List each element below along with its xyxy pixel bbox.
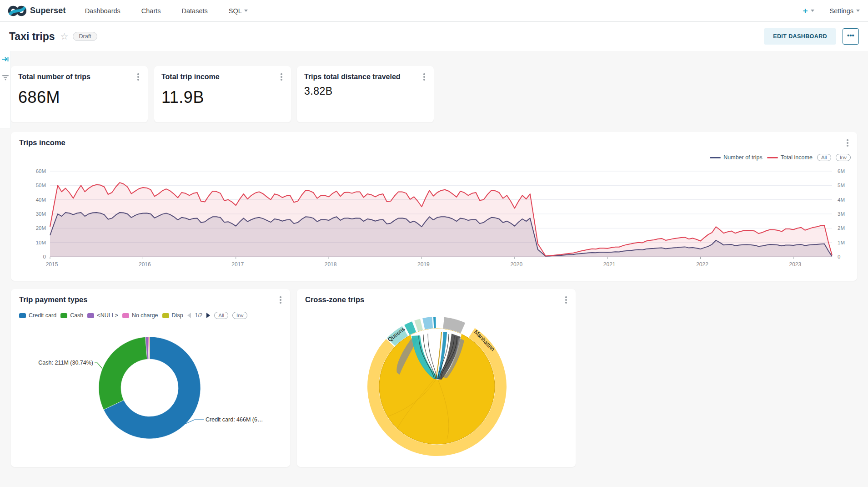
chevron-down-icon (811, 10, 814, 12)
chart-menu-kebab-icon[interactable] (276, 295, 285, 305)
panel-cross-zone-trips: Cross-zone trips ManhattanQueens (297, 289, 576, 467)
legend-swatch (87, 313, 94, 318)
card-menu-kebab-icon[interactable] (134, 72, 142, 82)
legend-swatch (162, 313, 169, 318)
svg-text:40M: 40M (36, 197, 46, 203)
big-number-value: 686M (18, 88, 140, 107)
chart-title: Trip payment types (19, 295, 87, 304)
big-number-value: 3.82B (304, 85, 426, 97)
svg-text:6M: 6M (838, 168, 845, 174)
brand-name: Superset (30, 6, 66, 15)
superset-infinity-icon (8, 5, 26, 17)
timeseries-legend: Number of trips Total income All Inv (710, 154, 851, 161)
edit-dashboard-button[interactable]: EDIT DASHBOARD (764, 28, 836, 45)
svg-text:0: 0 (43, 254, 46, 259)
donut-callout-credit-card: Credit card: 466M (6… (206, 416, 263, 423)
cross-zone-chord-chart[interactable]: ManhattanQueens (297, 315, 576, 467)
superset-dashboard: Superset Dashboards Charts Datasets SQL … (0, 0, 868, 487)
svg-text:50M: 50M (36, 183, 46, 188)
donut-callout-cash: Cash: 211M (30.74%) (38, 360, 93, 366)
legend-next-page-icon[interactable] (206, 313, 210, 318)
legend-label: Number of trips (723, 154, 762, 161)
legend-item-no-charge[interactable]: No charge (122, 312, 158, 319)
payment-types-donut-chart[interactable]: Cash: 211M (30.74%)Credit card: 466M (6… (11, 325, 290, 464)
panel-trip-payment-types: Trip payment types Credit card Cash <NUL… (11, 289, 290, 467)
filter-bar-collapsed (0, 51, 11, 128)
legend-item-total-income[interactable]: Total income (767, 154, 813, 161)
svg-text:3M: 3M (838, 211, 845, 217)
nav-item-charts[interactable]: Charts (141, 7, 161, 15)
card-title: Total number of trips (18, 72, 123, 81)
plus-icon: + (803, 6, 808, 16)
big-number-card-total-distance: Trips total distance traveled 3.82B (297, 66, 434, 122)
top-nav: Superset Dashboards Charts Datasets SQL … (0, 0, 868, 22)
page-title: Taxi trips (9, 30, 55, 43)
legend-item-disputed[interactable]: Disp (162, 312, 183, 319)
svg-text:2017: 2017 (231, 261, 244, 268)
svg-text:10M: 10M (36, 240, 46, 245)
legend-inv-button[interactable]: Inv (836, 154, 851, 161)
nav-item-dashboards[interactable]: Dashboards (85, 7, 120, 15)
legend-label: Credit card (29, 312, 56, 319)
legend-swatch (122, 313, 129, 318)
legend-label: Disp (172, 312, 183, 319)
legend-all-button[interactable]: All (817, 154, 831, 161)
new-item-button[interactable]: + (803, 6, 814, 16)
card-title: Total trip income (161, 72, 266, 81)
svg-text:2016: 2016 (139, 261, 151, 268)
legend-label: <NULL> (97, 312, 118, 319)
legend-item-cash[interactable]: Cash (60, 312, 83, 319)
svg-text:2023: 2023 (789, 261, 801, 268)
nav-item-sql-label: SQL (229, 7, 242, 15)
big-number-card-total-trips: Total number of trips 686M (11, 66, 148, 122)
nav-item-datasets[interactable]: Datasets (182, 7, 208, 15)
svg-text:2021: 2021 (603, 261, 616, 268)
superset-logo[interactable]: Superset (8, 5, 66, 17)
svg-text:30M: 30M (36, 211, 46, 217)
settings-label: Settings (830, 7, 853, 15)
pie-legend: Credit card Cash <NULL> No charge Disp 1… (19, 312, 283, 319)
legend-item-number-of-trips[interactable]: Number of trips (710, 154, 762, 161)
card-title: Trips total distance traveled (304, 72, 409, 81)
card-menu-kebab-icon[interactable] (420, 72, 428, 82)
svg-text:1M: 1M (838, 240, 845, 245)
legend-inv-button[interactable]: Inv (232, 312, 247, 319)
svg-text:2M: 2M (838, 225, 845, 231)
settings-menu[interactable]: Settings (830, 7, 860, 15)
legend-prev-page-icon[interactable] (187, 313, 191, 318)
filter-icon[interactable] (2, 75, 9, 81)
expand-filter-bar-icon[interactable] (2, 56, 9, 63)
chart-title: Trips income (19, 138, 65, 147)
favorite-star-icon[interactable]: ☆ (60, 31, 69, 42)
svg-text:2022: 2022 (696, 261, 708, 268)
trips-income-line-chart[interactable]: 0010M1M20M2M30M3M40M4M50M5M60M6M20152016… (18, 162, 850, 271)
svg-text:2019: 2019 (417, 261, 430, 268)
legend-swatch (710, 157, 721, 158)
svg-text:60M: 60M (36, 168, 46, 174)
svg-text:2020: 2020 (510, 261, 522, 268)
legend-all-button[interactable]: All (214, 312, 228, 319)
svg-text:20M: 20M (36, 225, 46, 231)
big-number-card-trip-income: Total trip income 11.9B (154, 66, 291, 122)
legend-item-null[interactable]: <NULL> (87, 312, 118, 319)
legend-swatch (60, 313, 67, 318)
dashboard-header: Taxi trips ☆ Draft EDIT DASHBOARD ••• (0, 22, 868, 51)
svg-text:4M: 4M (838, 197, 845, 203)
draft-badge: Draft (73, 32, 97, 41)
nav-item-sql[interactable]: SQL (229, 7, 248, 15)
svg-text:5M: 5M (838, 183, 845, 188)
svg-text:2015: 2015 (46, 261, 58, 268)
chart-title: Cross-zone trips (305, 295, 364, 304)
chart-menu-kebab-icon[interactable] (562, 295, 570, 305)
legend-label: Total income (781, 154, 813, 161)
big-number-value: 11.9B (161, 88, 284, 107)
legend-item-credit-card[interactable]: Credit card (19, 312, 56, 319)
legend-swatch (767, 157, 778, 158)
legend-label: No charge (132, 312, 158, 319)
svg-text:0: 0 (838, 254, 840, 259)
chevron-down-icon (856, 10, 860, 12)
chart-menu-kebab-icon[interactable] (843, 138, 852, 148)
card-menu-kebab-icon[interactable] (277, 72, 286, 82)
legend-label: Cash (70, 312, 83, 319)
dashboard-more-button[interactable]: ••• (843, 28, 859, 45)
